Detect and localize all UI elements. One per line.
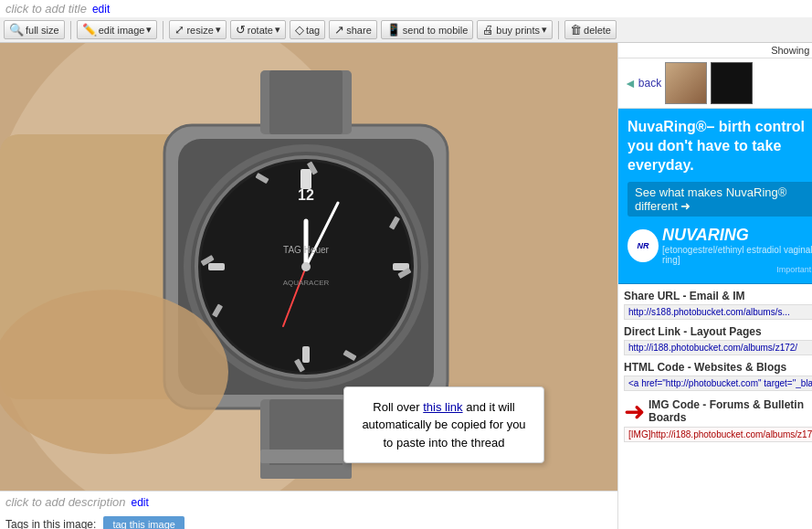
back-label: back (638, 77, 661, 90)
direct-link-title: Direct Link - Layout Pages (624, 325, 812, 338)
advertisement[interactable]: NuvaRing®– birth control you don't have … (618, 109, 812, 284)
tag-icon: ◇ (295, 23, 304, 37)
desc-edit-link[interactable]: edit (132, 496, 149, 509)
ad-cta[interactable]: See what makes NuvaRing® different ➜ (627, 182, 812, 217)
svg-rect-11 (301, 169, 311, 189)
tooltip-box: Roll over this link and it will automati… (343, 386, 544, 464)
tooltip-text-before: Roll over (373, 400, 423, 414)
desc-bar: click to add description edit (0, 491, 617, 513)
html-code-value[interactable]: <a href="http://photobucket.com" target=… (624, 376, 812, 391)
direct-link-group: Direct Link - Layout Pages http://i188.p… (624, 325, 812, 355)
resize-icon: ⤢ (174, 23, 185, 37)
send-mobile-button[interactable]: 📱 send to mobile (381, 20, 474, 39)
tags-bar: Tags in this image: tag this image (0, 513, 617, 529)
tag-this-image-button[interactable]: tag this image (103, 516, 184, 529)
right-panel: Showing 8 of ◄ back NuvaRing®– birth con… (617, 43, 812, 529)
edit-image-button[interactable]: ✏️ edit image ▾ (77, 20, 158, 39)
ad-brand: NUVARING (662, 226, 812, 245)
page-title: click to add title (5, 2, 87, 16)
svg-text:AQUARACER: AQUARACER (283, 279, 330, 287)
title-bar: click to add title edit (0, 0, 812, 17)
delete-button[interactable]: 🗑 delete (564, 20, 617, 39)
title-edit-link[interactable]: edit (92, 3, 110, 16)
trash-icon: 🗑 (570, 23, 582, 37)
svg-rect-29 (269, 70, 343, 134)
sep1 (70, 21, 71, 39)
showing-text: Showing 8 of (618, 43, 812, 58)
ad-important: Important Sa (627, 265, 812, 274)
mobile-icon: 📱 (386, 23, 401, 37)
thumbnail-2[interactable] (711, 62, 753, 104)
desc-text: click to add description (5, 495, 126, 509)
resize-button[interactable]: ⤢ resize ▾ (169, 20, 226, 39)
tag-button[interactable]: ◇ tag (290, 20, 325, 39)
svg-rect-8 (302, 346, 310, 363)
svg-text:12: 12 (298, 187, 314, 203)
img-code-value[interactable]: [IMG]http://i188.photobucket.com/albums/… (624, 427, 812, 442)
direct-link-value[interactable]: http://i188.photobucket.com/albums/z172/ (624, 340, 812, 355)
tooltip-link[interactable]: this link (423, 400, 462, 414)
share-url-group: Share URL - Email & IM http://s188.photo… (624, 290, 812, 320)
toolbar: 🔍 full size ✏️ edit image ▾ ⤢ resize ▾ ↺… (0, 17, 812, 43)
nav-section: ◄ back (618, 58, 812, 109)
ad-logo: NR (627, 229, 659, 262)
html-code-title: HTML Code - Websites & Blogs (624, 361, 812, 374)
thumbnail-1[interactable] (665, 62, 707, 104)
tags-label: Tags in this image: (5, 518, 96, 529)
edit-icon: ✏️ (82, 23, 97, 37)
rotate-icon: ↺ (236, 23, 246, 37)
svg-rect-33 (260, 465, 352, 479)
image-area: 12 TAG Heuer AQUARACER (0, 43, 617, 491)
html-code-group: HTML Code - Websites & Blogs <a href="ht… (624, 361, 812, 391)
fullsize-button[interactable]: 🔍 full size (4, 20, 65, 39)
back-arrow-icon: ◄ (624, 76, 637, 90)
rotate-button[interactable]: ↺ rotate ▾ (230, 20, 286, 39)
svg-point-24 (301, 262, 311, 271)
links-section: Share URL - Email & IM http://s188.photo… (618, 284, 812, 453)
img-code-group: ➜ IMG Code - Forums & Bulletin Boards [I… (624, 397, 812, 442)
share-button[interactable]: ↗ share (329, 20, 377, 39)
fullsize-icon: 🔍 (9, 23, 24, 37)
svg-point-34 (0, 290, 228, 454)
red-arrow-icon: ➜ (624, 397, 645, 427)
main-layout: 12 TAG Heuer AQUARACER (0, 43, 812, 529)
prints-icon: 🖨 (482, 23, 494, 37)
ad-title: NuvaRing®– birth control you don't have … (627, 118, 812, 175)
sep2 (163, 21, 163, 39)
sep3 (558, 21, 559, 39)
share-url-title: Share URL - Email & IM (624, 290, 812, 302)
share-url-value[interactable]: http://s188.photobucket.com/albums/s... (624, 304, 812, 320)
svg-rect-32 (260, 450, 352, 463)
share-icon: ↗ (334, 23, 344, 37)
ad-tagline: [etonogestrel/ethinyl estradiol vaginal … (662, 245, 812, 265)
left-panel: 12 TAG Heuer AQUARACER (0, 43, 617, 529)
back-link[interactable]: ◄ back (624, 76, 661, 90)
img-code-title: IMG Code - Forums & Bulletin Boards (649, 398, 812, 424)
svg-rect-9 (208, 263, 225, 270)
buy-prints-button[interactable]: 🖨 buy prints ▾ (477, 20, 553, 39)
svg-text:TAG Heuer: TAG Heuer (283, 245, 329, 255)
